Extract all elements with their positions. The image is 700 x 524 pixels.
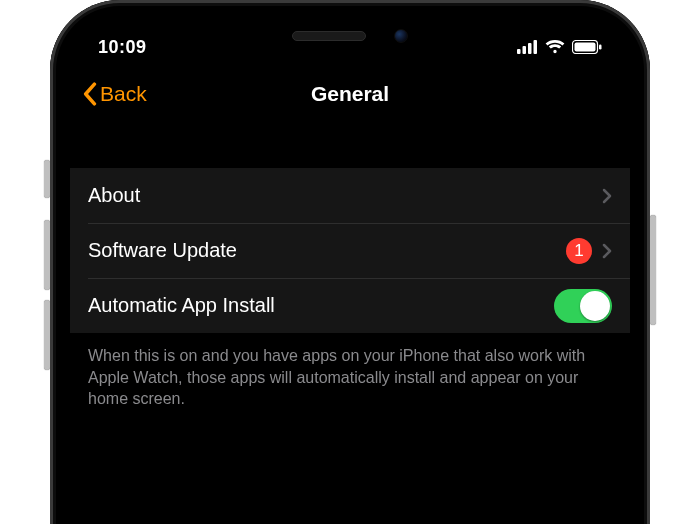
status-indicators [517, 40, 602, 54]
svg-rect-1 [523, 46, 527, 54]
section-spacer [70, 120, 630, 168]
toggle-knob [580, 291, 610, 321]
row-software-update[interactable]: Software Update 1 [70, 223, 630, 278]
toggle-switch[interactable] [554, 289, 612, 323]
wifi-icon [545, 40, 565, 54]
back-button[interactable]: Back [82, 68, 147, 120]
status-time: 10:09 [98, 37, 147, 58]
speaker [292, 31, 366, 41]
section-footer-text: When this is on and you have apps on you… [70, 333, 630, 432]
back-label: Back [100, 82, 147, 106]
row-label: Software Update [88, 239, 566, 262]
row-automatic-app-install[interactable]: Automatic App Install [70, 278, 630, 333]
svg-rect-6 [599, 45, 602, 50]
nav-bar: Back General [70, 68, 630, 120]
content: About Software Update 1 [70, 120, 630, 432]
svg-rect-2 [528, 43, 532, 54]
screen: 10:09 [70, 18, 630, 524]
notification-badge: 1 [566, 238, 592, 264]
row-accessories: 1 [566, 238, 612, 264]
svg-rect-3 [534, 40, 538, 54]
notch [225, 18, 475, 54]
chevron-right-icon [602, 243, 612, 259]
side-button [650, 215, 656, 325]
row-label: About [88, 184, 602, 207]
row-label: Automatic App Install [88, 294, 554, 317]
front-camera [394, 29, 408, 43]
chevron-right-icon [602, 188, 612, 204]
settings-list: About Software Update 1 [70, 168, 630, 333]
phone-frame: 10:09 [50, 0, 650, 524]
svg-rect-5 [575, 43, 596, 52]
chevron-left-icon [82, 82, 97, 106]
page-title: General [311, 82, 389, 106]
device-frame-stage: 10:09 [0, 0, 700, 524]
row-about[interactable]: About [70, 168, 630, 223]
battery-icon [572, 40, 602, 54]
svg-rect-0 [517, 49, 521, 54]
cellular-icon [517, 40, 538, 54]
row-accessories [602, 188, 612, 204]
